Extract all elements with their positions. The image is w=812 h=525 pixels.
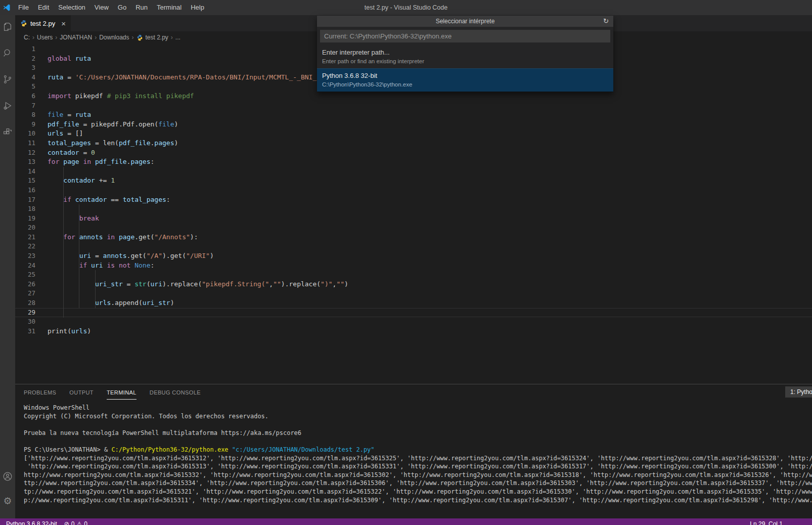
vscode-logo-icon[interactable] — [3, 4, 11, 12]
code-line[interactable]: 8file = ruta — [15, 110, 812, 120]
breadcrumb-item[interactable]: JONATHAN — [60, 34, 92, 41]
refresh-icon[interactable]: ↻ — [603, 16, 609, 27]
code-token: = — [63, 73, 75, 81]
code-text — [35, 63, 48, 73]
code-line[interactable]: 16 — [15, 186, 812, 195]
code-token: = pikepdf.Pdf.open( — [79, 120, 159, 128]
code-line[interactable]: 12contador = 0 — [15, 148, 812, 158]
code-line[interactable]: 11total_pages = len(pdf_file.pages) — [15, 139, 812, 148]
code-token: urls — [48, 129, 63, 137]
panel-tab-terminal[interactable]: TERMINAL — [107, 389, 137, 400]
code-token: 'C:/Users/JONATHAN/Documents/RPA-Datos/B… — [75, 73, 329, 81]
run-debug-icon[interactable] — [1, 99, 14, 112]
code-token: += — [95, 177, 111, 184]
code-line[interactable]: 24 if uri is not None: — [15, 261, 812, 271]
terminal-selector[interactable]: 1: Pytho — [785, 386, 812, 398]
code-line[interactable]: 9pdf_file = pikepdf.Pdf.open(file) — [15, 120, 812, 129]
code-token: annots — [79, 233, 103, 241]
breadcrumb-more[interactable]: ... — [175, 34, 181, 41]
line-number: 20 — [15, 223, 35, 233]
account-icon[interactable] — [1, 470, 14, 483]
line-number: 27 — [15, 289, 35, 298]
code-line[interactable]: 29 — [15, 308, 812, 318]
code-line[interactable]: 30 — [15, 317, 812, 327]
code-line[interactable]: 25 — [15, 270, 812, 280]
breadcrumb-item[interactable]: C: — [24, 34, 30, 41]
menu-edit[interactable]: Edit — [33, 0, 54, 15]
line-number: 5 — [15, 82, 35, 92]
code-line[interactable]: 28 urls.append(uri_str) — [15, 298, 812, 308]
code-line[interactable]: 22 — [15, 242, 812, 251]
code-line[interactable]: 15 contador += 1 — [15, 176, 812, 186]
code-editor[interactable]: 12global ruta34ruta = 'C:/Users/JONATHAN… — [15, 43, 812, 384]
code-line[interactable]: 7 — [15, 101, 812, 111]
code-line[interactable]: 26 uri_str = str(uri).replace("pikepdf.S… — [15, 280, 812, 289]
quickpick-item[interactable]: Python 3.6.8 32-bitC:\Python\Python36-32… — [317, 68, 613, 92]
code-line[interactable]: 27 — [15, 289, 812, 298]
menu-view[interactable]: View — [90, 0, 113, 15]
close-icon[interactable]: × — [61, 20, 66, 27]
explorer-icon[interactable] — [1, 20, 14, 33]
code-token: file — [158, 120, 174, 128]
code-line[interactable]: 20 — [15, 223, 812, 233]
terminal-line — [24, 437, 812, 446]
code-token: str — [134, 280, 146, 288]
menu-file[interactable]: File — [14, 0, 33, 15]
source-control-icon[interactable] — [1, 73, 14, 86]
panel-tab-output[interactable]: OUTPUT — [69, 389, 94, 400]
code-token: contador — [48, 149, 79, 156]
code-token: = — [91, 252, 103, 259]
settings-gear-icon[interactable]: ⚙ — [1, 494, 14, 507]
quickpick-title: Seleccionar intérprete — [436, 18, 495, 25]
line-number: 21 — [15, 233, 35, 242]
code-line[interactable]: 23 uri = annots.get("/A").get("/URI") — [15, 251, 812, 261]
breadcrumb-item[interactable]: Downloads — [99, 34, 129, 41]
code-token: , — [269, 280, 273, 288]
code-line[interactable]: 13for page in pdf_file.pages: — [15, 157, 812, 167]
code-line[interactable]: 6import pikepdf # pip3 install pikepdf — [15, 92, 812, 101]
code-text: print(urls) — [35, 327, 91, 336]
code-token: not — [119, 261, 130, 269]
statusbar-interpreter[interactable]: Python 3.6.8 32-bit — [6, 520, 57, 525]
terminal-line — [24, 420, 812, 429]
code-line[interactable]: 21 for annots in page.get("/Annots"): — [15, 233, 812, 242]
code-text: import pikepdf # pip3 install pikepdf — [35, 92, 194, 101]
line-number: 14 — [15, 167, 35, 177]
vscode-window: test 2.py - Visual Studio Code FileEditS… — [0, 0, 812, 525]
quickpick-item[interactable]: Enter interpreter path...Enter path or f… — [317, 46, 613, 68]
code-text — [35, 270, 48, 280]
panel-tab-debug-console[interactable]: DEBUG CONSOLE — [150, 389, 201, 400]
menu-help[interactable]: Help — [186, 0, 209, 15]
code-token: ) — [174, 120, 178, 128]
panel-tab-problems[interactable]: PROBLEMS — [24, 389, 56, 400]
statusbar-problems[interactable]: ⊘0 ⚠0 — [64, 520, 87, 525]
quickpick-item-detail: C:\Python\Python36-32\python.exe — [322, 81, 608, 89]
code-line[interactable]: 14 — [15, 167, 812, 177]
search-icon[interactable] — [1, 47, 14, 60]
quickpick-input[interactable]: Current: C:\Python\Python36-32\python.ex… — [320, 30, 610, 42]
code-token: "/URI" — [186, 252, 210, 259]
code-text — [35, 317, 48, 327]
code-line[interactable]: 18 — [15, 204, 812, 214]
breadcrumb-item[interactable]: Users — [37, 34, 53, 41]
code-token: in — [83, 158, 91, 165]
menu-selection[interactable]: Selection — [54, 0, 89, 15]
code-line[interactable]: 10urls = [] — [15, 129, 812, 139]
statusbar-cursor-position[interactable]: Ln 29, Col 1 — [750, 520, 783, 525]
extensions-icon[interactable] — [1, 125, 14, 139]
tab-test2py[interactable]: test 2.py × — [15, 15, 71, 31]
menu-terminal[interactable]: Terminal — [152, 0, 186, 15]
quickpick-item-label: Python 3.6.8 32-bit — [322, 71, 608, 80]
breadcrumb-file[interactable]: test 2.py — [146, 34, 168, 41]
code-token: ruta — [75, 55, 91, 62]
code-token: .get( — [127, 252, 147, 259]
menu-go[interactable]: Go — [113, 0, 131, 15]
menu-run[interactable]: Run — [131, 0, 152, 15]
code-token — [48, 177, 63, 184]
title-bar: test 2.py - Visual Studio Code FileEditS… — [0, 0, 812, 15]
line-number: 11 — [15, 139, 35, 148]
code-line[interactable]: 31print(urls) — [15, 327, 812, 336]
terminal[interactable]: Windows PowerShellCopyright (C) Microsof… — [15, 400, 812, 518]
code-line[interactable]: 19 break — [15, 214, 812, 224]
code-line[interactable]: 17 if contador == total_pages: — [15, 195, 812, 205]
